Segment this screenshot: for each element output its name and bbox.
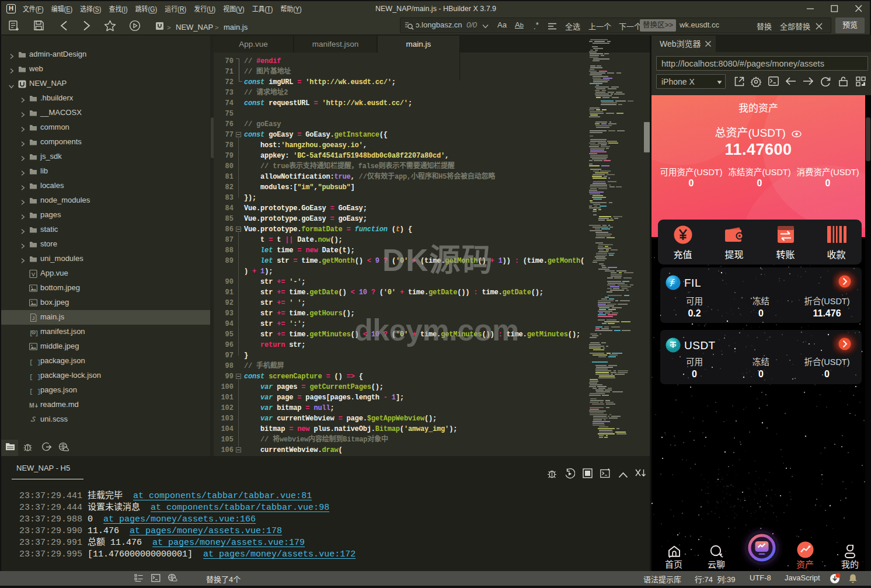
svg-text:[ ]: [ ]: [29, 374, 40, 381]
svg-text:]: ]: [35, 330, 39, 337]
svg-text:[ ]: [ ]: [29, 359, 40, 366]
svg-text:[ ]: [ ]: [29, 388, 40, 395]
svg-text:V: V: [32, 272, 35, 277]
svg-text:M: M: [29, 402, 34, 409]
svg-text:J: J: [32, 315, 34, 321]
